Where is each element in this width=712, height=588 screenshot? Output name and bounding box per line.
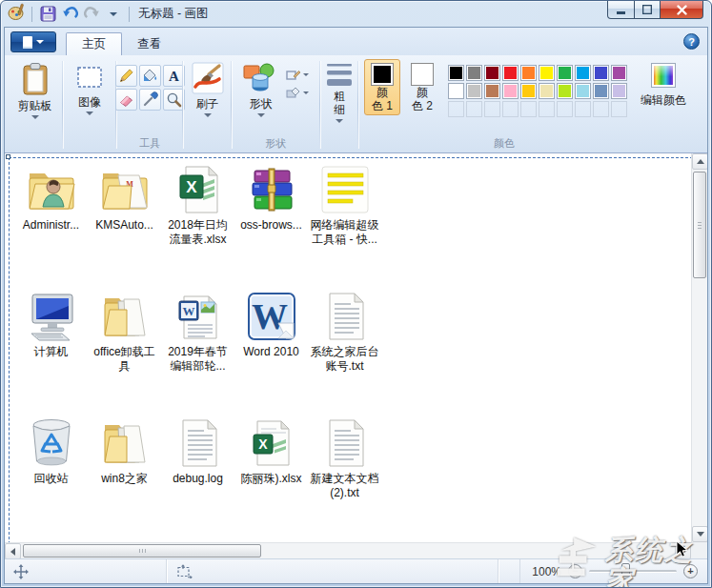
palette-empty-swatch[interactable] [575,101,591,117]
palette-empty-swatch[interactable] [466,101,482,117]
desktop-icon-word-app[interactable]: W Word 2010 [234,289,308,416]
desktop-icon-user-folder[interactable]: Administr... [14,162,88,289]
palette-color-swatch[interactable] [484,83,500,99]
group-colors: 颜 色 1 颜 色 2 编辑颜色 颜色 [358,57,707,152]
close-button[interactable] [661,1,703,19]
magnifier-icon [166,91,182,108]
brushes-button[interactable]: 刷子 [192,59,224,117]
desktop-icon-recycle-bin[interactable]: 回收站 [14,416,88,542]
tab-home[interactable]: 主页 [66,32,122,55]
tool-buttons: A [115,65,185,111]
edit-colors-button[interactable]: 编辑颜色 [641,63,686,109]
shape-fill-button[interactable] [284,85,311,100]
palette-color-swatch[interactable] [502,83,519,99]
canvas[interactable]: Administr... M KMSAuto... X 2018年日均 流量表.… [5,153,691,542]
color2-button[interactable]: 颜 色 2 [404,59,440,115]
palette-empty-swatch[interactable] [611,101,627,117]
winrar-icon [244,162,299,217]
palette-empty-swatch[interactable] [502,101,519,117]
user-folder-icon [24,162,79,217]
color1-button[interactable]: 颜 色 1 [364,59,400,115]
desktop-icon-text-file[interactable]: 新建文本文档 (2).txt [308,416,381,542]
minimize-button[interactable] [607,1,635,19]
color-picker-tool-button[interactable] [139,89,161,111]
palette-empty-swatch[interactable] [520,101,537,117]
shape-outline-button[interactable] [284,67,311,82]
title-bar: 无标题 - 画图 [1,1,711,27]
palette-color-swatch[interactable] [593,65,609,81]
palette-color-swatch[interactable] [502,65,519,81]
palette-color-swatch[interactable] [466,65,482,81]
undo-button[interactable] [60,5,79,24]
desktop-icon-excel-file[interactable]: X 陈丽珠).xlsx [234,416,308,542]
palette-color-swatch[interactable] [575,83,591,99]
desktop-icon-winrar-archive[interactable]: oss-brows... [234,162,308,289]
palette-color-swatch[interactable] [611,65,627,81]
select-button[interactable]: 图像 [74,59,105,115]
desktop-icon-kms-folder[interactable]: M KMSAuto... [88,162,161,289]
rainbow-icon [651,63,676,88]
text-tool-button[interactable]: A [163,65,185,87]
palette-color-swatch[interactable] [593,83,609,99]
tab-view[interactable]: 查看 [122,32,176,55]
palette-color-swatch[interactable] [539,83,555,99]
palette-empty-swatch[interactable] [557,101,573,117]
palette-color-swatch[interactable] [448,65,464,81]
zoom-out-button[interactable]: − [568,564,582,578]
maximize-button[interactable] [635,1,661,19]
excel-file-icon: X [244,416,299,471]
desktop-icon-docs-folder[interactable]: office卸载工 具 [88,289,161,416]
palette-color-swatch[interactable] [557,83,573,99]
desktop-icon-text-file[interactable]: debug.log [161,416,234,542]
documents-folder-icon [97,416,153,471]
qat-customize-button[interactable] [104,5,123,24]
desktop-icon-word-document[interactable]: W 2019年春节 编辑部轮... [161,289,234,416]
shapes-gallery-button[interactable]: 形状 [242,59,280,117]
palette-empty-swatch[interactable] [484,101,500,117]
excel-file-icon: X [171,162,226,217]
save-button[interactable] [38,5,57,24]
magnifier-tool-button[interactable] [163,89,185,111]
ribbon-tab-row: 主页 查看 ? [5,28,707,55]
palette-color-swatch[interactable] [611,83,627,99]
scroll-down-button[interactable] [692,526,707,542]
desktop-icon-docs-folder[interactable]: win8之家 [88,416,161,542]
horizontal-scroll-thumb[interactable] [23,544,261,558]
desktop-icon-text-file[interactable]: 系统之家后台 账号.txt [308,289,381,416]
zoom-slider[interactable] [589,570,677,573]
selection-handle[interactable] [6,154,10,159]
palette-color-swatch[interactable] [557,65,573,81]
desktop-icon-computer[interactable]: 计算机 [14,289,88,416]
scroll-up-button[interactable] [692,153,707,170]
palette-color-swatch[interactable] [539,65,555,81]
palette-empty-swatch[interactable] [593,101,609,117]
help-icon[interactable]: ? [683,33,700,50]
horizontal-scrollbar[interactable] [5,542,691,558]
desktop-icon-yellow-lines-tool[interactable]: 网络编辑超级 工具箱 - 快... [308,162,381,289]
zoom-slider-thumb[interactable] [621,563,630,579]
eraser-tool-button[interactable] [115,89,137,111]
size-button[interactable]: 粗 细 [326,59,353,123]
computer-icon [24,289,79,344]
vertical-scroll-thumb[interactable] [693,172,706,278]
pencil-tool-button[interactable] [115,65,137,87]
palette-empty-swatch[interactable] [539,101,555,117]
palette-color-swatch[interactable] [520,83,537,99]
redo-button[interactable] [82,5,101,24]
scroll-right-button[interactable] [675,543,691,558]
scroll-left-button[interactable] [5,543,21,558]
palette-color-swatch[interactable] [448,83,464,99]
application-menu-button[interactable] [10,31,56,52]
work-area: Administr... M KMSAuto... X 2018年日均 流量表.… [5,153,707,558]
fill-tool-button[interactable] [139,65,161,87]
palette-color-swatch[interactable] [520,65,537,81]
palette-empty-swatch[interactable] [448,101,464,117]
qat-separator [31,7,32,22]
zoom-in-button[interactable]: + [683,564,698,578]
vertical-scrollbar[interactable] [691,153,707,542]
palette-color-swatch[interactable] [484,65,500,81]
paste-button[interactable]: 剪贴板 [18,59,52,119]
desktop-icon-excel-file[interactable]: X 2018年日均 流量表.xlsx [161,162,234,289]
palette-color-swatch[interactable] [575,65,591,81]
palette-color-swatch[interactable] [466,83,482,99]
